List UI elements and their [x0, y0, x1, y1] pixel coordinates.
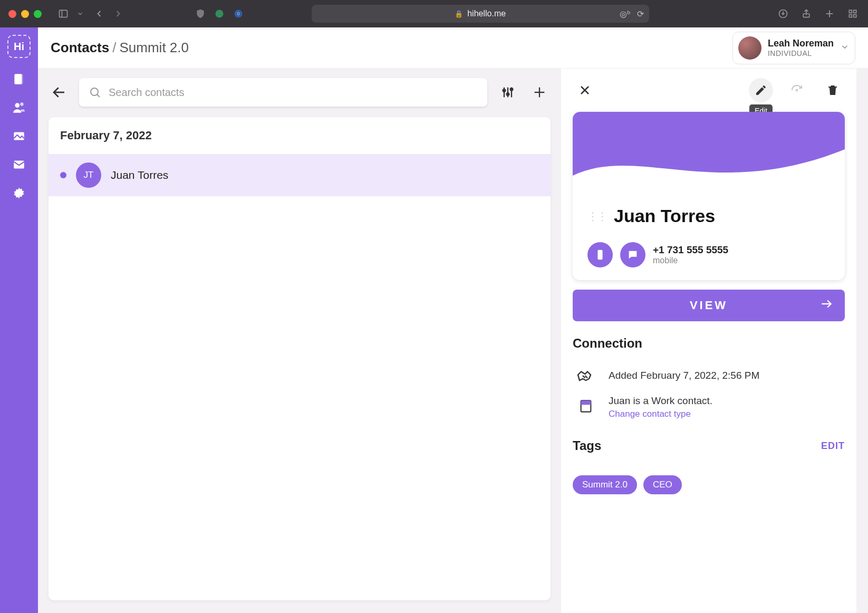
svg-point-20 [91, 88, 98, 95]
view-button-label: VIEW [690, 299, 728, 312]
tag-pill[interactable]: CEO [643, 475, 682, 494]
nav-forward-icon[interactable] [111, 7, 125, 21]
contacts-list: February 7, 2022 JT Juan Torres [49, 117, 551, 600]
window-zoom-button[interactable] [34, 10, 42, 18]
share-icon[interactable] [799, 7, 813, 21]
refresh-icon[interactable]: ⟳ [637, 9, 644, 19]
breadcrumb-separator: / [112, 40, 116, 56]
contact-avatar: JT [76, 162, 101, 188]
search-icon [89, 86, 101, 99]
arrow-right-icon [819, 297, 833, 314]
contact-row[interactable]: JT Juan Torres [49, 154, 551, 196]
svg-rect-11 [849, 15, 852, 17]
phone-type: mobile [653, 256, 728, 265]
svg-point-25 [503, 89, 506, 92]
contact-card: ⋮⋮ Juan Torres +1 731 555 5555 [573, 112, 845, 280]
svg-point-26 [507, 93, 509, 95]
tags-heading: Tags [573, 438, 601, 453]
search-box[interactable] [79, 78, 487, 107]
window-close-button[interactable] [8, 10, 16, 18]
svg-rect-12 [854, 15, 856, 17]
change-contact-type-link[interactable]: Change contact type [609, 409, 712, 419]
handshake-icon [575, 365, 597, 387]
back-button[interactable] [49, 82, 70, 103]
svg-rect-33 [597, 250, 602, 260]
connection-added-text: Added February 7, 2022, 2:56 PM [609, 370, 759, 381]
breadcrumb-current: Summit 2.0 [119, 40, 189, 56]
filter-button[interactable] [497, 81, 519, 103]
app-logo[interactable]: Hi [7, 35, 31, 58]
app-rail: Hi [0, 27, 38, 613]
svg-rect-10 [854, 10, 856, 13]
window-minimize-button[interactable] [21, 10, 29, 18]
chevron-down-icon[interactable] [73, 7, 87, 21]
svg-rect-13 [17, 74, 23, 84]
call-button[interactable] [587, 242, 613, 267]
search-input[interactable] [109, 87, 478, 99]
edit-contact-button[interactable]: Edit [749, 78, 773, 102]
connection-type-text: Juan is a Work contact. [609, 395, 712, 407]
tabs-overview-icon[interactable] [846, 7, 860, 21]
svg-line-21 [98, 95, 100, 98]
nav-back-icon[interactable] [92, 7, 106, 21]
topbar: Contacts / Summit 2.0 Leah Noreman INDIV… [38, 27, 868, 69]
user-name: Leah Noreman [768, 38, 834, 49]
delete-contact-button[interactable] [821, 78, 845, 102]
svg-text:0: 0 [237, 11, 239, 16]
settings-icon[interactable] [12, 186, 26, 200]
connection-added-row: Added February 7, 2022, 2:56 PM [573, 360, 845, 391]
tag-pill[interactable]: Summit 2.0 [573, 475, 637, 494]
user-avatar [738, 36, 761, 60]
card-hero [573, 112, 845, 191]
drag-handle-icon[interactable]: ⋮⋮ [587, 210, 606, 223]
address-url: hihello.me [467, 9, 506, 18]
svg-rect-0 [60, 10, 67, 17]
extension-green-icon[interactable] [213, 7, 226, 21]
phone-row: +1 731 555 5555 mobile [587, 242, 830, 267]
user-menu[interactable]: Leah Noreman INDIVIDUAL [732, 32, 855, 64]
address-bar[interactable]: 🔒 hihello.me ◎⁠ᵇ ⟳ [312, 5, 649, 23]
browser-chrome: 0 🔒 hihello.me ◎⁠ᵇ ⟳ [0, 0, 868, 27]
reader-icon[interactable]: ◎⁠ᵇ [620, 9, 631, 19]
sidebar-toggle-icon[interactable] [56, 7, 70, 21]
user-type: INDIVIDUAL [768, 49, 834, 58]
refresh-button[interactable] [785, 78, 809, 102]
svg-point-2 [216, 10, 224, 18]
contact-detail-name: Juan Torres [614, 206, 715, 226]
svg-rect-9 [849, 10, 852, 13]
edit-tags-button[interactable]: EDIT [821, 440, 845, 452]
svg-point-27 [510, 88, 513, 91]
view-button[interactable]: VIEW [573, 290, 845, 321]
extension-blue-icon[interactable]: 0 [232, 7, 245, 21]
cards-icon[interactable] [12, 72, 26, 87]
chevron-down-icon [840, 42, 850, 54]
email-icon[interactable] [12, 157, 26, 172]
tags-list: Summit 2.0 CEO [573, 475, 845, 494]
new-indicator-dot [60, 172, 66, 178]
svg-point-32 [796, 90, 797, 91]
phone-number[interactable]: +1 731 555 5555 [653, 244, 728, 256]
svg-point-14 [15, 103, 20, 108]
backgrounds-icon[interactable] [12, 129, 26, 143]
message-button[interactable] [620, 242, 645, 267]
contacts-icon[interactable] [12, 100, 26, 115]
svg-point-15 [20, 102, 23, 106]
contact-detail-panel: Edit [561, 69, 856, 613]
connection-type-row: Juan is a Work contact. Change contact t… [573, 391, 845, 424]
shield-icon[interactable] [194, 7, 207, 21]
lock-icon: 🔒 [455, 10, 463, 18]
add-contact-button[interactable] [528, 81, 551, 103]
downloads-icon[interactable] [776, 7, 790, 21]
contacts-list-panel: February 7, 2022 JT Juan Torres [38, 69, 561, 613]
card-type-icon [575, 395, 597, 417]
contact-name: Juan Torres [111, 169, 168, 181]
svg-rect-36 [581, 400, 591, 405]
new-tab-icon[interactable] [823, 7, 836, 21]
close-detail-button[interactable] [573, 78, 597, 102]
breadcrumb-root[interactable]: Contacts [51, 40, 109, 56]
connection-heading: Connection [573, 336, 845, 351]
date-group-header: February 7, 2022 [49, 117, 551, 154]
window-traffic-lights [8, 10, 42, 18]
